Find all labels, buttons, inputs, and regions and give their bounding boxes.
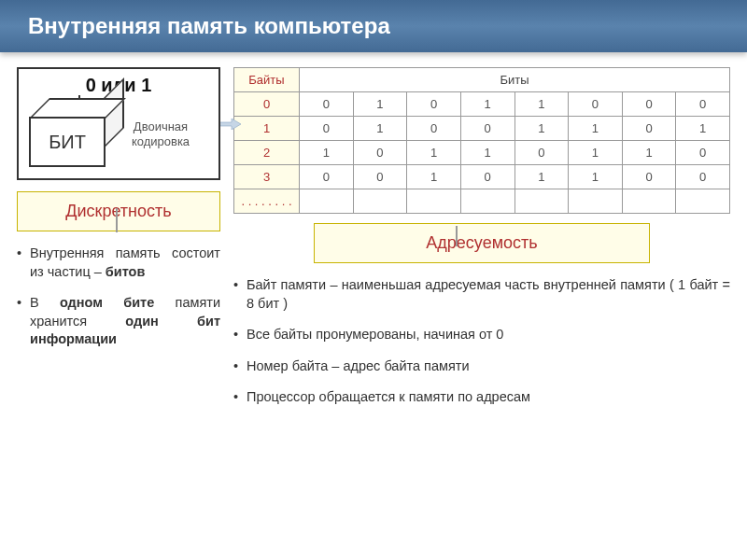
discreteness-heading: Дискретность: [17, 191, 220, 231]
connector-line: [116, 208, 118, 232]
byte-index: 1: [234, 117, 300, 141]
bit-cell: 0: [300, 165, 354, 189]
table-header-bytes: Байты: [234, 68, 300, 92]
byte-index: 2: [234, 141, 300, 165]
bit-cell: 1: [353, 92, 407, 117]
bit-label: БИТ: [29, 117, 106, 167]
bit-cell: 1: [514, 165, 569, 189]
bit-cell: 0: [676, 165, 730, 189]
bit-cell: 1: [407, 165, 461, 189]
bit-cell: 0: [514, 141, 569, 165]
bit-cell: 0: [407, 92, 461, 117]
bit-cell: 1: [460, 92, 514, 117]
bit-cell: 1: [460, 141, 514, 165]
bit-cell: 1: [676, 117, 730, 141]
discreteness-bullets: Внутренняя память состоит из частиц – би…: [17, 245, 220, 349]
bit-cell: 0: [676, 141, 730, 165]
bit-cell: 1: [514, 92, 569, 117]
list-item: Все байты пронумерованы, начиная от 0: [233, 326, 730, 344]
bit-cell: 1: [622, 141, 676, 165]
bit-cell: 0: [407, 117, 461, 141]
binary-encoding-label: Двоичная кодировка: [121, 119, 200, 150]
bit-cell: 0: [622, 92, 676, 117]
table-row: 300101100: [234, 165, 730, 189]
bit-cell: 1: [569, 141, 623, 165]
byte-index: 0: [234, 92, 300, 117]
bit-cell: 1: [569, 165, 623, 189]
list-item: Внутренняя память состоит из частиц – би…: [17, 245, 220, 281]
bit-cube-icon: БИТ: [26, 98, 116, 171]
byte-index: 3: [234, 165, 300, 189]
bit-cell: 1: [353, 117, 407, 141]
table-row: 001011000: [234, 92, 730, 117]
table-row: 101001101: [234, 117, 730, 141]
bit-cell: 0: [569, 92, 623, 117]
table-row-ellipsis: . . . . . . . .: [234, 189, 730, 214]
connector-line: [456, 226, 458, 246]
bit-cell: 0: [460, 165, 514, 189]
table-row: 210110110: [234, 141, 730, 165]
list-item: Процессор обращается к памяти по адресам: [233, 388, 730, 407]
bit-cell: 1: [514, 117, 569, 141]
bit-cell: 1: [407, 141, 461, 165]
list-item: Байт памяти – наименьшая адресуемая част…: [233, 276, 730, 313]
list-item: В одном бите памяти хранится один бит ин…: [17, 294, 220, 349]
bit-cell: 0: [460, 117, 514, 141]
addressability-bullets: Байт памяти – наименьшая адресуемая част…: [233, 276, 730, 407]
bit-cell: 0: [676, 92, 730, 117]
bit-cell: 0: [353, 141, 407, 165]
bit-cell: 1: [300, 141, 354, 165]
addressability-heading: Адресуемость: [314, 223, 650, 263]
slide-title: Внутренняя память компьютера: [0, 0, 747, 52]
list-item: Номер байта – адрес байта памяти: [233, 357, 730, 376]
table-header-bits: Биты: [300, 68, 730, 92]
bit-cell: 0: [300, 92, 354, 117]
memory-table: Байты Биты 00101100010100110121011011030…: [233, 67, 730, 214]
bit-cell: 1: [569, 117, 623, 141]
bit-cell: 0: [300, 117, 354, 141]
bit-cell: 0: [353, 165, 407, 189]
bit-concept-box: 0 или 1 БИТ Двоичная кодировка: [17, 67, 220, 180]
bit-cell: 0: [622, 165, 676, 189]
bit-cell: 0: [622, 117, 676, 141]
